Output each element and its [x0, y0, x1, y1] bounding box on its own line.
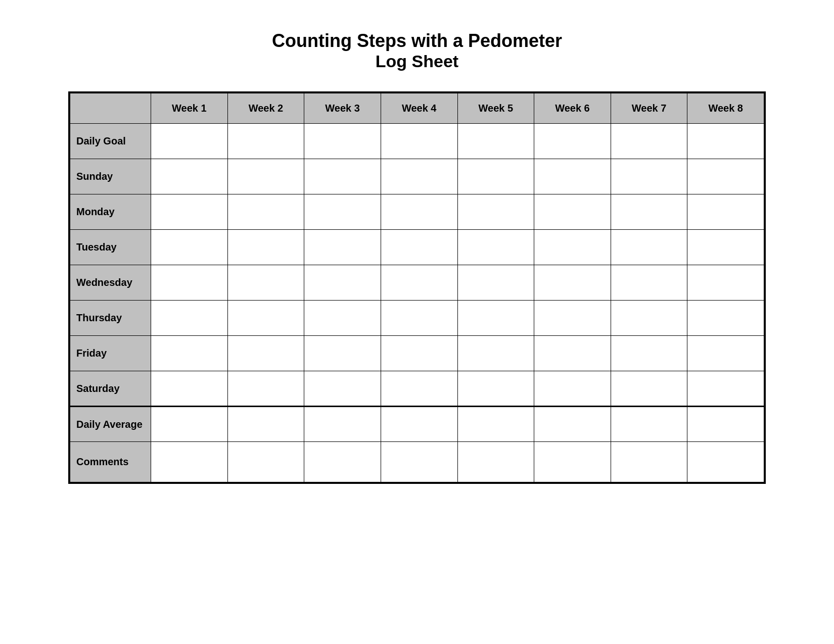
cell-daily-goal-w1[interactable]	[151, 124, 228, 159]
cell-daily-goal-w6[interactable]	[534, 124, 611, 159]
cell-sunday-w4[interactable]	[381, 159, 457, 194]
cell-saturday-w6[interactable]	[534, 371, 611, 407]
cell-monday-w3[interactable]	[304, 194, 381, 230]
cell-sunday-w5[interactable]	[457, 159, 534, 194]
cell-thursday-w4[interactable]	[381, 301, 457, 336]
cell-saturday-w2[interactable]	[227, 371, 304, 407]
cell-friday-w5[interactable]	[457, 336, 534, 371]
cell-comments-w2[interactable]	[227, 442, 304, 482]
cell-thursday-w3[interactable]	[304, 301, 381, 336]
table-header-row: Week 1 Week 2 Week 3 Week 4 Week 5 Week …	[70, 93, 764, 124]
cell-comments-w8[interactable]	[687, 442, 764, 482]
cell-friday-w8[interactable]	[687, 336, 764, 371]
cell-wednesday-w8[interactable]	[687, 265, 764, 301]
cell-thursday-w8[interactable]	[687, 301, 764, 336]
row-saturday: Saturday	[70, 371, 764, 407]
cell-sunday-w3[interactable]	[304, 159, 381, 194]
cell-daily-goal-w2[interactable]	[227, 124, 304, 159]
cell-friday-w7[interactable]	[611, 336, 687, 371]
cell-daily-goal-w4[interactable]	[381, 124, 457, 159]
label-thursday: Thursday	[70, 301, 151, 336]
log-table: Week 1 Week 2 Week 3 Week 4 Week 5 Week …	[70, 93, 764, 482]
cell-daily-average-w3[interactable]	[304, 407, 381, 442]
cell-daily-goal-w5[interactable]	[457, 124, 534, 159]
cell-wednesday-w3[interactable]	[304, 265, 381, 301]
cell-sunday-w7[interactable]	[611, 159, 687, 194]
cell-wednesday-w1[interactable]	[151, 265, 228, 301]
cell-saturday-w3[interactable]	[304, 371, 381, 407]
cell-sunday-w1[interactable]	[151, 159, 228, 194]
cell-daily-average-w2[interactable]	[227, 407, 304, 442]
cell-thursday-w5[interactable]	[457, 301, 534, 336]
cell-wednesday-w5[interactable]	[457, 265, 534, 301]
cell-tuesday-w1[interactable]	[151, 230, 228, 265]
cell-comments-w3[interactable]	[304, 442, 381, 482]
cell-sunday-w2[interactable]	[227, 159, 304, 194]
cell-thursday-w2[interactable]	[227, 301, 304, 336]
cell-monday-w7[interactable]	[611, 194, 687, 230]
label-daily-goal: Daily Goal	[70, 124, 151, 159]
cell-sunday-w6[interactable]	[534, 159, 611, 194]
row-thursday: Thursday	[70, 301, 764, 336]
row-comments: Comments	[70, 442, 764, 482]
cell-friday-w3[interactable]	[304, 336, 381, 371]
cell-tuesday-w2[interactable]	[227, 230, 304, 265]
cell-comments-w6[interactable]	[534, 442, 611, 482]
cell-tuesday-w8[interactable]	[687, 230, 764, 265]
cell-thursday-w1[interactable]	[151, 301, 228, 336]
cell-daily-average-w5[interactable]	[457, 407, 534, 442]
cell-wednesday-w7[interactable]	[611, 265, 687, 301]
cell-saturday-w7[interactable]	[611, 371, 687, 407]
cell-daily-average-w4[interactable]	[381, 407, 457, 442]
cell-saturday-w4[interactable]	[381, 371, 457, 407]
cell-friday-w4[interactable]	[381, 336, 457, 371]
cell-monday-w1[interactable]	[151, 194, 228, 230]
cell-friday-w2[interactable]	[227, 336, 304, 371]
cell-wednesday-w4[interactable]	[381, 265, 457, 301]
cell-sunday-w8[interactable]	[687, 159, 764, 194]
header-week8: Week 8	[687, 93, 764, 124]
cell-comments-w4[interactable]	[381, 442, 457, 482]
cell-thursday-w6[interactable]	[534, 301, 611, 336]
cell-daily-goal-w3[interactable]	[304, 124, 381, 159]
cell-tuesday-w3[interactable]	[304, 230, 381, 265]
cell-comments-w7[interactable]	[611, 442, 687, 482]
cell-tuesday-w6[interactable]	[534, 230, 611, 265]
cell-friday-w1[interactable]	[151, 336, 228, 371]
header-week4: Week 4	[381, 93, 457, 124]
label-friday: Friday	[70, 336, 151, 371]
cell-thursday-w7[interactable]	[611, 301, 687, 336]
cell-friday-w6[interactable]	[534, 336, 611, 371]
cell-daily-goal-w8[interactable]	[687, 124, 764, 159]
cell-tuesday-w4[interactable]	[381, 230, 457, 265]
log-table-container: Week 1 Week 2 Week 3 Week 4 Week 5 Week …	[68, 91, 766, 484]
header-week3: Week 3	[304, 93, 381, 124]
cell-monday-w6[interactable]	[534, 194, 611, 230]
cell-monday-w8[interactable]	[687, 194, 764, 230]
cell-monday-w2[interactable]	[227, 194, 304, 230]
cell-tuesday-w5[interactable]	[457, 230, 534, 265]
cell-saturday-w5[interactable]	[457, 371, 534, 407]
cell-wednesday-w2[interactable]	[227, 265, 304, 301]
cell-monday-w4[interactable]	[381, 194, 457, 230]
row-sunday: Sunday	[70, 159, 764, 194]
cell-daily-average-w1[interactable]	[151, 407, 228, 442]
row-daily-average: Daily Average	[70, 407, 764, 442]
cell-comments-w5[interactable]	[457, 442, 534, 482]
cell-daily-average-w7[interactable]	[611, 407, 687, 442]
cell-saturday-w8[interactable]	[687, 371, 764, 407]
cell-monday-w5[interactable]	[457, 194, 534, 230]
title-line2: Log Sheet	[272, 52, 562, 71]
cell-daily-goal-w7[interactable]	[611, 124, 687, 159]
label-daily-average: Daily Average	[70, 407, 151, 442]
row-friday: Friday	[70, 336, 764, 371]
header-week1: Week 1	[151, 93, 228, 124]
label-comments: Comments	[70, 442, 151, 482]
header-week6: Week 6	[534, 93, 611, 124]
cell-tuesday-w7[interactable]	[611, 230, 687, 265]
cell-daily-average-w6[interactable]	[534, 407, 611, 442]
cell-saturday-w1[interactable]	[151, 371, 228, 407]
cell-wednesday-w6[interactable]	[534, 265, 611, 301]
cell-comments-w1[interactable]	[151, 442, 228, 482]
cell-daily-average-w8[interactable]	[687, 407, 764, 442]
